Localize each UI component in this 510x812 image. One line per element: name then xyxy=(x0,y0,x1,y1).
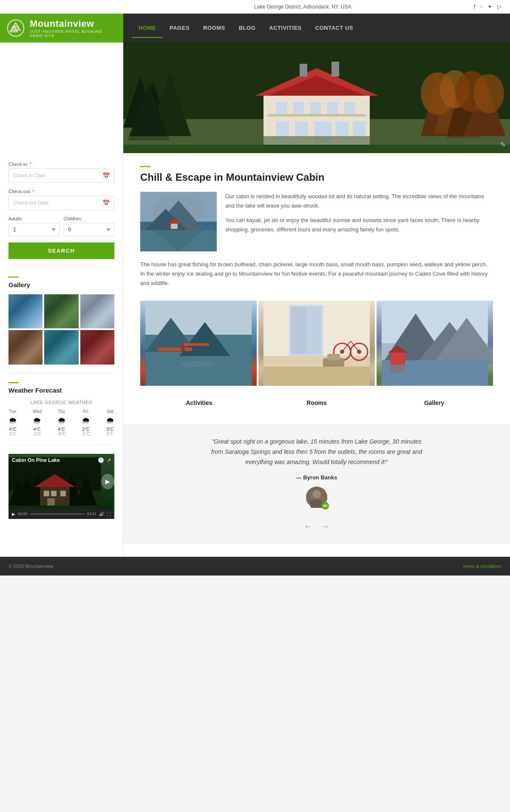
checkout-calendar-icon: 📅 xyxy=(102,199,110,206)
video-progress-bar[interactable] xyxy=(30,513,85,515)
video-volume-icon[interactable]: 🔊 xyxy=(99,512,104,516)
svg-rect-22 xyxy=(327,102,338,115)
top-bar: Lake George District, Adirondack, NY, US… xyxy=(0,0,510,14)
gallery-thumb-2[interactable] xyxy=(44,294,78,328)
nav-home[interactable]: HOME xyxy=(132,19,163,38)
divider-2 xyxy=(8,373,114,373)
video-current-time: 00:00 xyxy=(18,512,28,516)
svg-point-65 xyxy=(175,367,222,375)
intro-text: Our cabin is nestled in beautifully wood… xyxy=(225,192,493,251)
video-clock-icon[interactable]: 🕐 xyxy=(98,457,104,463)
instagram-icon[interactable]: ◦ xyxy=(480,3,482,10)
gallery-thumb-6[interactable] xyxy=(80,330,114,364)
gallery-thumb-5[interactable] xyxy=(44,330,78,364)
testimonial-prev-button[interactable]: ← xyxy=(304,521,312,531)
nav-area: HOME PAGES ROOMS BLOG ACTIVITIES CONTACT… xyxy=(123,14,510,43)
intro-para-2: You can kayak, jet ski or enjoy the beau… xyxy=(225,216,493,234)
nav-links: HOME PAGES ROOMS BLOG ACTIVITIES CONTACT… xyxy=(132,19,360,38)
intro-image xyxy=(140,192,217,251)
children-select[interactable]: 0 1 2 3 xyxy=(64,223,115,236)
gallery-accent xyxy=(8,276,19,278)
header: Mountainview JUST ANOTHER HOTEL BOOKING … xyxy=(0,14,510,43)
svg-rect-27 xyxy=(336,121,348,138)
logo-area: Mountainview JUST ANOTHER HOTEL BOOKING … xyxy=(0,14,123,43)
intro-para-1: Our cabin is nestled in beautifully wood… xyxy=(225,192,493,211)
booking-form: Check-in: * Check-in Date 📅 Check-out: *… xyxy=(8,162,114,259)
gallery-grid xyxy=(8,294,114,365)
testimonial-author: — Byron Banks xyxy=(140,474,493,481)
gallery-thumb-3[interactable] xyxy=(80,294,114,328)
twitter-icon[interactable]: ✦ xyxy=(487,3,492,10)
footer-terms-link[interactable]: terms & conditions xyxy=(463,564,502,569)
page-wrapper: Lake George District, Adirondack, NY, US… xyxy=(0,0,510,576)
divider-3 xyxy=(8,445,114,445)
video-play-icon[interactable]: ▶ xyxy=(12,512,15,516)
adults-col: Adults: 1 2 3 4 xyxy=(8,216,60,236)
svg-rect-24 xyxy=(276,121,289,138)
hero-edit-icon[interactable]: ✎ xyxy=(500,141,506,149)
weather-thu: Thu 🌧 4°C -5°C xyxy=(57,409,66,436)
hero-forest-bg xyxy=(123,43,510,153)
hero: ✎ xyxy=(123,43,510,153)
video-share-icon[interactable]: ↗ xyxy=(107,457,111,463)
adults-select[interactable]: 1 2 3 4 xyxy=(8,223,60,236)
nav-activities[interactable]: ACTIVITIES xyxy=(262,19,309,38)
main-content: Chill & Escape in Mountainview Cabin xyxy=(123,153,510,557)
video-title: Cabin On Pine Lake xyxy=(12,457,60,463)
weather-tue: Tue 🌧 4°C 1°C xyxy=(8,409,17,436)
testimonial-next-button[interactable]: → xyxy=(321,521,329,531)
weather-tue-icon: 🌧 xyxy=(8,416,17,425)
divider-1 xyxy=(8,268,114,268)
checkout-label: Check-out: * xyxy=(8,189,114,194)
svg-rect-44 xyxy=(44,490,49,496)
svg-rect-79 xyxy=(327,354,340,360)
svg-rect-33 xyxy=(123,145,510,153)
weather-thu-icon: 🌧 xyxy=(57,416,66,425)
checkin-input[interactable]: Check-in Date 📅 xyxy=(8,168,114,183)
gallery-thumb-4[interactable] xyxy=(8,330,42,364)
adults-label: Adults: xyxy=(8,216,60,221)
nav-blog[interactable]: BLOG xyxy=(232,19,263,38)
weather-fri-icon: 🌧 xyxy=(82,416,90,425)
video-widget[interactable]: Cabin On Pine Lake 🕐 ↗ ▶ ▶ 00:00 03:31 🔊 xyxy=(8,454,114,519)
svg-rect-89 xyxy=(390,365,405,373)
svg-rect-31 xyxy=(332,62,339,77)
gallery-thumb-1[interactable] xyxy=(8,294,42,328)
svg-rect-30 xyxy=(300,64,307,77)
weather-sat-icon: 🌧 xyxy=(106,416,114,425)
svg-rect-71 xyxy=(306,307,321,354)
svg-rect-63 xyxy=(184,343,209,346)
feature-rooms-img[interactable] xyxy=(258,301,375,386)
content-area: Check-in: * Check-in Date 📅 Check-out: *… xyxy=(0,153,510,557)
logo-title: Mountainview xyxy=(30,18,116,29)
video-play-button[interactable]: ▶ xyxy=(101,474,114,489)
checkout-input[interactable]: Check-out Date 📅 xyxy=(8,196,114,210)
video-fullscreen-icon[interactable]: ⛶ xyxy=(107,512,111,516)
youtube-icon[interactable]: ▷ xyxy=(497,3,502,10)
svg-rect-29 xyxy=(268,114,366,117)
children-col: Children: 0 1 2 3 xyxy=(64,216,115,236)
nav-rooms[interactable]: ROOMS xyxy=(196,19,232,38)
footer-copyright: © 2018 Mountainview xyxy=(8,564,54,569)
nav-contact[interactable]: CONTACT US xyxy=(309,19,360,38)
search-button[interactable]: SEARCH xyxy=(8,242,114,259)
feature-labels: Activities Rooms Gallery xyxy=(140,394,493,411)
svg-rect-70 xyxy=(291,307,306,354)
logo-icon xyxy=(7,18,25,38)
sidebar: Check-in: * Check-in Date 📅 Check-out: *… xyxy=(0,153,123,557)
svg-rect-25 xyxy=(295,121,308,138)
content-accent xyxy=(140,166,150,167)
weather-section: Weather Forecast LAKE GEORGE WEATHER Tue… xyxy=(8,382,114,436)
weather-wed: Wed 🌧 4°C -1°C xyxy=(33,409,41,436)
weather-grid: Tue 🌧 4°C 1°C Wed 🌧 4°C -1°C Thu 🌧 xyxy=(8,409,114,436)
svg-rect-20 xyxy=(293,102,304,115)
video-bg: Cabin On Pine Lake 🕐 ↗ ▶ xyxy=(8,454,114,509)
hero-wrapper: ✎ xyxy=(123,43,510,153)
svg-rect-45 xyxy=(51,490,57,496)
svg-rect-87 xyxy=(390,352,405,365)
feature-activities-img[interactable] xyxy=(140,301,257,386)
feature-gallery-img[interactable] xyxy=(377,301,493,386)
nav-pages[interactable]: PAGES xyxy=(163,19,196,38)
facebook-icon[interactable]: f xyxy=(474,3,476,10)
weather-wed-icon: 🌧 xyxy=(33,416,41,425)
